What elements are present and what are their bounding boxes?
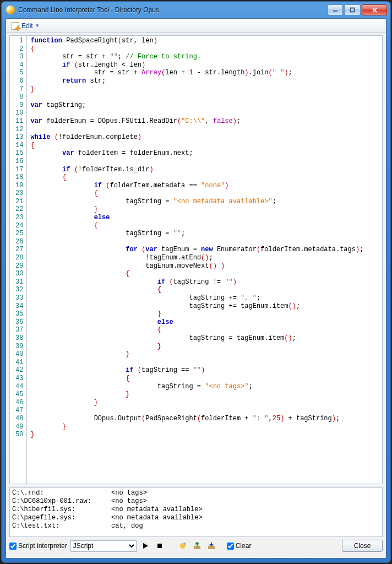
edit-label: Edit [21,22,33,30]
code-editor[interactable]: 1 2 3 4 5 6 7 8 9 10 11 12 13 14 15 16 1… [9,35,383,484]
line-gutter: 1 2 3 4 5 6 7 8 9 10 11 12 13 14 15 16 1… [10,36,27,484]
client-area: Edit ▼ 1 2 3 4 5 6 7 8 9 10 11 12 13 14 … [6,18,386,558]
script-interpreter-checkbox-label[interactable]: Script interpreter [9,542,67,550]
language-select[interactable]: JScript [70,540,137,552]
stop-button[interactable] [154,540,165,551]
save-script-button[interactable] [206,540,217,551]
load-icon [193,541,202,550]
close-icon [372,7,378,13]
edit-menu-button[interactable]: Edit ▼ [8,20,43,32]
svg-point-7 [184,543,186,545]
chevron-down-icon: ▼ [35,23,40,28]
bottom-bar: Script interpreter JScript [9,537,383,555]
play-icon [142,543,149,549]
close-window-button[interactable] [362,4,387,15]
svg-marker-4 [143,543,148,549]
load-script-button[interactable] [192,540,203,551]
app-window: Command Line Interpreter Tool - Director… [1,1,391,563]
clear-checkbox-label[interactable]: Clear [227,542,252,550]
clear-checkbox[interactable] [227,543,234,550]
toolbar: Edit ▼ [6,19,386,33]
edit-icon [12,22,19,30]
output-pane[interactable]: C:\.rnd: <no tags> C:\DC6810xp-001.raw: … [9,487,383,537]
new-script-button[interactable] [177,540,188,551]
stop-icon [156,543,163,549]
app-icon [6,6,15,14]
run-button[interactable] [140,540,151,551]
maximize-icon [350,7,355,13]
sparkle-icon [178,541,187,550]
maximize-button[interactable] [344,4,361,15]
close-button[interactable]: Close [342,540,383,552]
window-title: Command Line Interpreter Tool - Director… [18,6,328,14]
window-controls [328,4,387,15]
titlebar[interactable]: Command Line Interpreter Tool - Director… [2,2,390,18]
svg-rect-1 [351,8,355,12]
svg-rect-5 [157,544,162,548]
svg-rect-8 [194,546,200,549]
script-interpreter-text: Script interpreter [18,542,67,550]
minimize-icon [333,7,338,13]
script-interpreter-checkbox[interactable] [9,543,17,550]
minimize-button[interactable] [328,4,343,15]
code-area[interactable]: function PadSpaceRight(str, len) { str =… [27,36,367,484]
clear-text: Clear [236,542,252,550]
save-icon [207,541,216,550]
